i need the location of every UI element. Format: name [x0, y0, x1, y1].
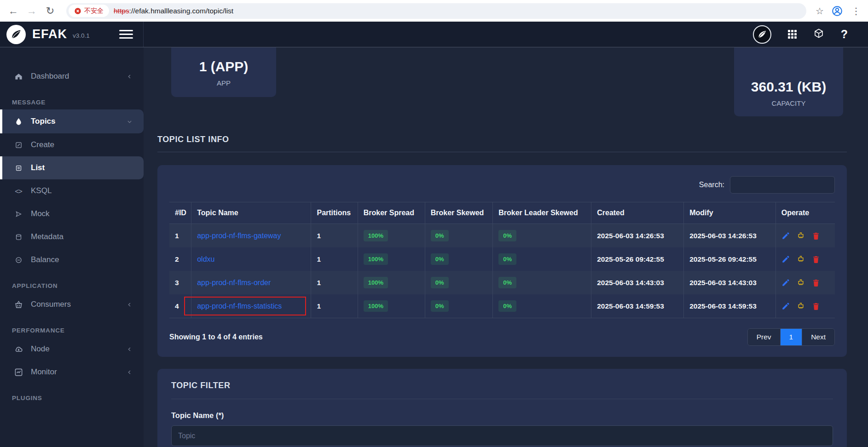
balance-icon — [13, 257, 24, 264]
cell-broker-leader-skewed: 0% — [493, 224, 591, 248]
column-header-1[interactable]: Topic Name — [191, 202, 311, 224]
topic-link[interactable]: app-prod-nf-flms-order — [197, 279, 271, 287]
edit-icon[interactable] — [781, 255, 790, 264]
broker-leader-skewed-badge: 0% — [498, 300, 516, 312]
broker-leader-skewed-badge: 0% — [498, 230, 516, 241]
sidebar-item-create[interactable]: Create — [0, 133, 144, 156]
cell-partitions: 1 — [311, 271, 358, 294]
chevron-left-icon — [127, 369, 133, 375]
cell-broker-spread: 100% — [358, 224, 425, 248]
cell-operate — [775, 247, 835, 271]
cell-broker-skewed: 0% — [425, 224, 492, 248]
app-name: EFAK — [32, 27, 67, 41]
chart-icon — [13, 368, 24, 377]
drop-icon — [13, 117, 24, 126]
cloud-icon — [13, 345, 24, 354]
column-header-8[interactable]: Operate — [775, 202, 835, 224]
sidebar-item-mock[interactable]: Mock — [0, 202, 144, 225]
topic-link[interactable]: app-prod-nf-flms-gateway — [197, 232, 281, 240]
divider — [157, 152, 847, 152]
sidebar-item-dashboard[interactable]: Dashboard — [0, 65, 144, 88]
capacity-stat-label: CAPACITY — [772, 99, 806, 107]
code-icon: <> — [13, 187, 24, 195]
clean-icon[interactable] — [797, 302, 805, 310]
column-header-6[interactable]: Created — [591, 202, 684, 224]
cell-topic-name: app-prod-nf-flms-gateway — [191, 224, 311, 248]
apps-grid-icon[interactable] — [788, 30, 797, 39]
cell-broker-leader-skewed: 0% — [493, 247, 591, 271]
sidebar-item-metadata[interactable]: Metadata — [0, 225, 144, 248]
help-icon[interactable]: ? — [841, 28, 848, 41]
table-row: 4app-prod-nf-flms-statistics1100%0%0%202… — [169, 294, 835, 318]
topic-name-input[interactable] — [171, 425, 833, 446]
broker-leader-skewed-badge: 0% — [498, 253, 516, 265]
topic-link[interactable]: app-prod-nf-flms-statistics — [197, 302, 282, 310]
clean-icon[interactable] — [797, 255, 805, 264]
topic-link[interactable]: oldxu — [197, 255, 214, 263]
column-header-5[interactable]: Broker Leader Skewed — [493, 202, 591, 224]
app-header: EFAK v3.0.1 ? — [0, 22, 868, 47]
broker-skewed-badge: 0% — [431, 230, 449, 241]
cell-modify: 2025-06-03 14:26:53 — [684, 224, 776, 248]
column-header-7[interactable]: Modify — [684, 202, 776, 224]
cell-operate — [775, 294, 835, 318]
pagination-prev[interactable]: Prev — [748, 329, 780, 345]
browser-profile-icon[interactable] — [831, 5, 843, 17]
efak-logo[interactable] — [6, 25, 26, 44]
back-icon[interactable]: ← — [6, 5, 20, 17]
topic-table: #IDTopic NamePartitionsBroker SpreadBrok… — [169, 202, 835, 318]
address-bar[interactable]: 不安全 https://efak.hmallleasing.com/topic/… — [66, 3, 806, 19]
forward-icon[interactable]: → — [25, 5, 39, 17]
cell-created: 2025-06-03 14:59:53 — [591, 294, 684, 318]
delete-icon[interactable] — [812, 279, 820, 287]
cell-modify: 2025-06-03 14:43:03 — [684, 271, 776, 294]
send-icon — [13, 211, 24, 218]
user-avatar[interactable] — [753, 25, 771, 44]
sidebar-toggle-icon[interactable] — [119, 30, 133, 39]
cell-created: 2025-05-26 09:42:55 — [591, 247, 684, 271]
capacity-stat-card: 360.31 (KB) CAPACITY — [734, 47, 843, 116]
edit-icon[interactable] — [781, 302, 790, 310]
sidebar-item-balance[interactable]: Balance — [0, 248, 144, 271]
sidebar-item-monitor[interactable]: Monitor — [0, 361, 144, 384]
sidebar-item-ksql[interactable]: <> KSQL — [0, 179, 144, 202]
topic-filter-panel: TOPIC FILTER Topic Name (*) Choice the t… — [157, 369, 847, 447]
not-secure-badge[interactable]: 不安全 — [69, 5, 109, 17]
cell-topic-name: app-prod-nf-flms-order — [191, 271, 311, 294]
sidebar-item-node[interactable]: Node — [0, 338, 144, 361]
edit-icon[interactable] — [781, 232, 790, 240]
cell-modify: 2025-06-03 14:59:53 — [684, 294, 776, 318]
main-content: 1 (APP) APP 360.31 (KB) CAPACITY TOPIC L… — [144, 47, 868, 447]
delete-icon[interactable] — [812, 302, 820, 310]
chevron-down-icon — [127, 119, 133, 125]
warning-circle-icon — [74, 7, 81, 15]
sidebar-item-list[interactable]: List — [0, 156, 144, 179]
feather-icon — [757, 29, 767, 40]
column-header-3[interactable]: Broker Spread — [358, 202, 425, 224]
sidebar-item-topics[interactable]: Topics — [0, 109, 144, 133]
cube-icon[interactable] — [813, 28, 824, 41]
cell-broker-spread: 100% — [358, 271, 425, 294]
cell-id: 3 — [169, 271, 191, 294]
bookmark-star-icon[interactable]: ☆ — [816, 6, 824, 17]
pagination-next[interactable]: Next — [802, 329, 834, 345]
column-header-2[interactable]: Partitions — [311, 202, 358, 224]
clean-icon[interactable] — [797, 279, 805, 287]
cell-id: 1 — [169, 224, 191, 248]
delete-icon[interactable] — [812, 232, 820, 240]
sidebar-item-label: Balance — [31, 255, 59, 264]
browser-menu-icon[interactable]: ⋮ — [851, 6, 862, 17]
search-input[interactable] — [730, 176, 835, 194]
edit-icon[interactable] — [781, 279, 790, 287]
delete-icon[interactable] — [812, 255, 820, 264]
column-header-0[interactable]: #ID — [169, 202, 191, 224]
pagination-page-1[interactable]: 1 — [780, 329, 802, 345]
clean-icon[interactable] — [797, 232, 805, 240]
column-header-4[interactable]: Broker Skewed — [425, 202, 492, 224]
cell-operate — [775, 271, 835, 294]
sidebar-item-label: Consumers — [31, 300, 71, 309]
sidebar-item-consumers[interactable]: Consumers — [0, 293, 144, 316]
reload-icon[interactable]: ↻ — [43, 5, 57, 17]
cell-id: 4 — [169, 294, 191, 318]
divider — [171, 399, 833, 399]
